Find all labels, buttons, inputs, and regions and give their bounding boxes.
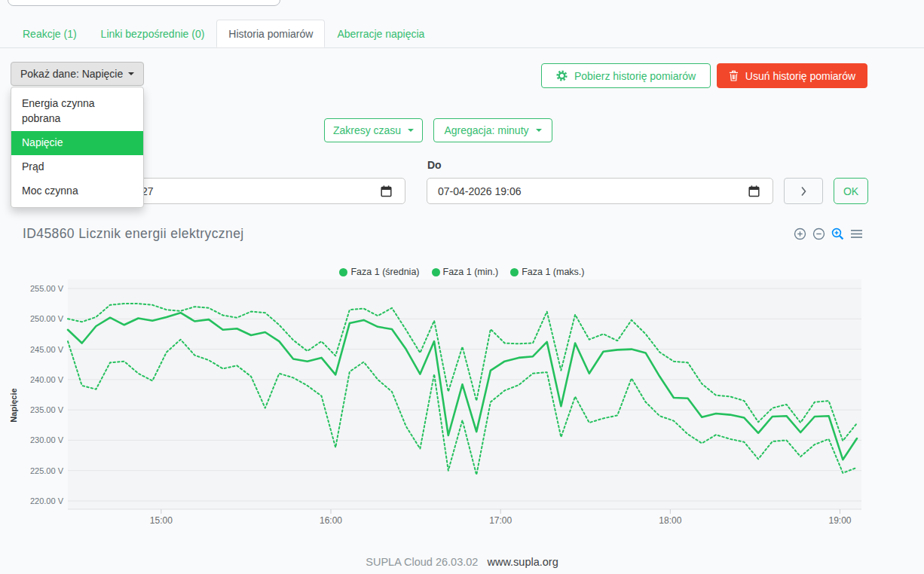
show-data-dropdown-toggle[interactable]: Pokaż dane: Napięcie <box>11 62 144 86</box>
download-history-label: Pobierz historię pomiarów <box>574 70 696 82</box>
show-data-label: Pokaż dane: Napięcie <box>20 68 123 80</box>
magnifier-plus-icon <box>831 227 845 241</box>
legend-marker-icon <box>510 268 519 276</box>
tab-historia-pomiarow[interactable]: Historia pomiarów <box>216 20 325 47</box>
calendar-icon <box>748 185 760 197</box>
download-history-button[interactable]: Pobierz historię pomiarów <box>541 63 711 88</box>
voltage-line-chart[interactable]: 255.00 V250.00 V245.00 V240.00 V235.00 V… <box>0 277 924 527</box>
x-tick-label: 16:00 <box>320 515 342 526</box>
date-to-label: Do <box>427 159 442 171</box>
chart-title: ID45860 Licznik energii elektrycznej <box>23 226 244 242</box>
delete-history-label: Usuń historię pomiarów <box>745 70 855 82</box>
legend-label: Faza 1 (min.) <box>443 267 499 277</box>
aggregation-dropdown-toggle[interactable]: Agregacja: minuty <box>433 118 552 142</box>
gear-icon <box>556 70 568 81</box>
y-tick-label: 255.00 V <box>30 284 64 293</box>
show-data-dropdown-menu: Energia czynna pobrana Napięcie Prąd Moc… <box>11 87 144 208</box>
tab-aberracje-napiecia[interactable]: Aberracje napięcia <box>325 20 436 47</box>
time-ranges-label: Zakresy czasu <box>333 124 401 136</box>
y-tick-label: 235.00 V <box>30 405 64 414</box>
chart-legend: Faza 1 (średnia)Faza 1 (min.)Faza 1 (mak… <box>0 267 924 277</box>
dropdown-item-napiecie[interactable]: Napięcie <box>11 131 143 155</box>
time-ranges-dropdown-toggle[interactable]: Zakresy czasu <box>324 118 423 142</box>
tab-bar: Reakcje (1) Linki bezpośrednie (0) Histo… <box>0 20 924 48</box>
y-tick-label: 245.00 V <box>30 345 64 354</box>
y-tick-label: 230.00 V <box>30 435 64 444</box>
supla-measurement-history-page: Reakcje (1) Linki bezpośrednie (0) Histo… <box>0 0 924 574</box>
legend-item[interactable]: Faza 1 (średnia) <box>339 267 419 277</box>
legend-marker-icon <box>339 268 347 276</box>
trash-icon <box>729 70 739 81</box>
caret-down-icon <box>536 129 542 132</box>
page-footer: SUPLA Cloud 26.03.02 www.supla.org <box>0 556 924 568</box>
y-tick-label: 220.00 V <box>30 496 64 505</box>
ok-button[interactable]: OK <box>834 178 868 204</box>
tab-reakcje[interactable]: Reakcje (1) <box>11 20 89 47</box>
caret-down-icon <box>408 129 414 132</box>
legend-label: Faza 1 (średnia) <box>350 267 419 277</box>
legend-marker-icon <box>432 268 440 276</box>
chart-menu-button[interactable] <box>849 227 864 242</box>
app-version: SUPLA Cloud 26.03.02 <box>366 556 478 568</box>
legend-label: Faza 1 (maks.) <box>522 267 584 277</box>
date-to-input[interactable] <box>427 178 773 204</box>
x-tick-label: 15:00 <box>150 515 173 526</box>
legend-item[interactable]: Faza 1 (maks.) <box>510 267 584 277</box>
next-range-button[interactable] <box>784 178 823 204</box>
zoom-out-circle-icon <box>812 227 826 241</box>
dropdown-item-energia-czynna-pobrana[interactable]: Energia czynna pobrana <box>11 92 143 131</box>
dropdown-item-prad[interactable]: Prąd <box>11 155 143 179</box>
aggregation-label: Agregacja: minuty <box>444 124 528 136</box>
x-tick-label: 18:00 <box>659 515 681 526</box>
delete-history-button[interactable]: Usuń historię pomiarów <box>717 63 867 88</box>
chart-zoom-out-button[interactable] <box>811 227 826 242</box>
caret-down-icon <box>128 72 134 75</box>
chart-selection-zoom-button[interactable] <box>830 227 845 242</box>
truncated-top-input[interactable] <box>8 0 280 6</box>
y-axis-title: Napięcie <box>9 388 18 422</box>
legend-item[interactable]: Faza 1 (min.) <box>432 267 499 277</box>
y-tick-label: 240.00 V <box>30 375 64 384</box>
y-tick-label: 250.00 V <box>30 314 64 323</box>
chevron-right-icon <box>800 186 806 197</box>
chart-zoom-in-button[interactable] <box>792 227 807 242</box>
chart-toolbar <box>792 227 864 242</box>
y-tick-label: 225.00 V <box>30 466 64 475</box>
dropdown-item-moc-czynna[interactable]: Moc czynna <box>11 179 143 203</box>
hamburger-menu-icon <box>849 227 864 241</box>
supla-org-link[interactable]: www.supla.org <box>487 556 558 568</box>
x-tick-label: 19:00 <box>828 515 851 526</box>
x-tick-label: 17:00 <box>489 515 512 526</box>
zoom-in-circle-icon <box>793 227 807 241</box>
tab-linki-bezposrednie[interactable]: Linki bezpośrednie (0) <box>89 20 217 47</box>
calendar-icon <box>381 185 392 197</box>
